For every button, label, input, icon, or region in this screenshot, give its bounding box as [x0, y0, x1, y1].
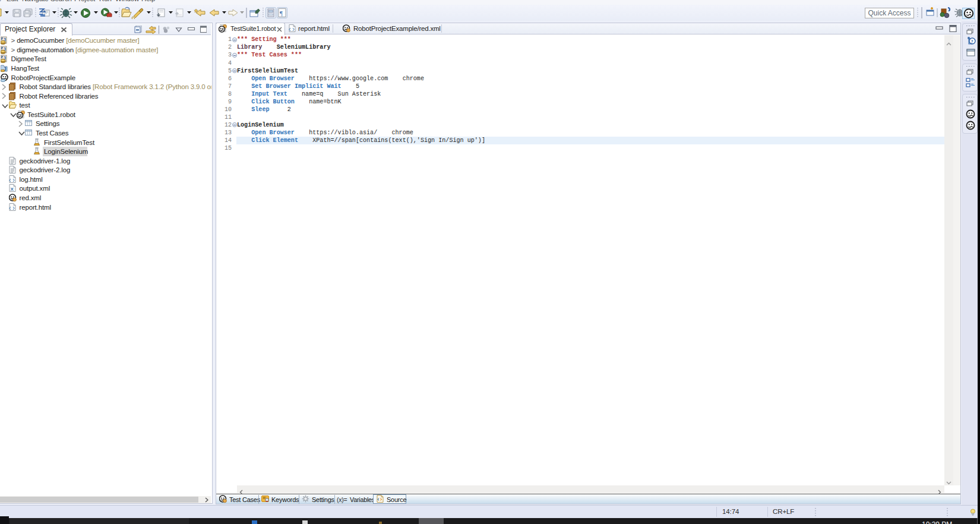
svg-text:?: ?: [971, 39, 973, 45]
svg-text:¶: ¶: [280, 10, 283, 17]
